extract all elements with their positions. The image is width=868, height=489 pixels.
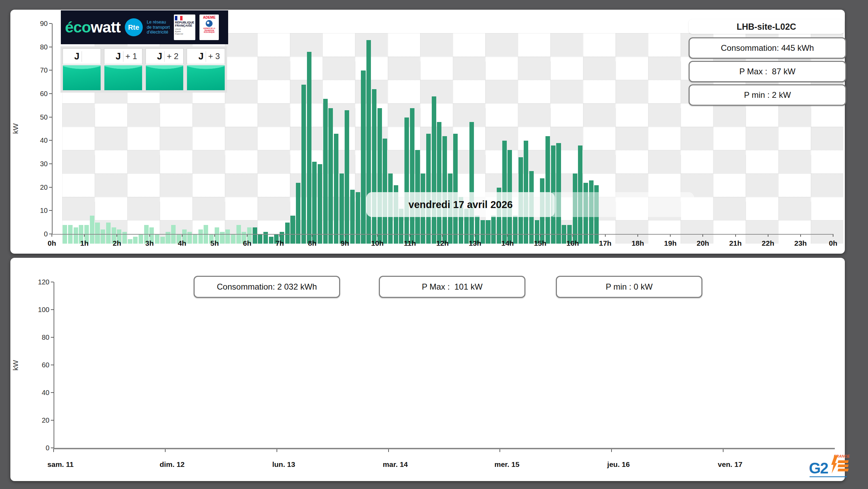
- daily-x-tick-label: 11h: [404, 239, 416, 247]
- daily-bar: [160, 237, 165, 244]
- weekly-x-tick-label: dim. 12: [160, 460, 185, 469]
- daily-y-tick: [49, 117, 52, 117]
- daily-bar: [350, 190, 355, 244]
- daily-bar: [372, 89, 376, 244]
- rte-tagline: Le réseau de transport d'électricité: [147, 20, 170, 35]
- daily-y-tick-label: 40: [27, 137, 48, 144]
- daily-x-tick-label: 18h: [632, 239, 644, 247]
- ademe-label: ADEME: [203, 16, 215, 19]
- daily-y-tick: [49, 93, 52, 94]
- daily-bar: [258, 234, 262, 244]
- daily-x-tick-label: 16h: [567, 239, 579, 247]
- daily-bar: [101, 229, 105, 244]
- weekly-y-tick-label: 40: [29, 389, 49, 397]
- daily-x-tick-label: 13h: [469, 239, 481, 247]
- daily-x-tick-label: 0h: [829, 239, 838, 247]
- daily-x-tick-label: 14h: [501, 239, 514, 247]
- daily-bar: [318, 164, 322, 244]
- daily-y-tick-label: 60: [27, 90, 48, 98]
- daily-y-tick-label: 50: [27, 113, 48, 121]
- daily-x-tick-label: 22h: [762, 239, 774, 247]
- daily-y-tick-label: 70: [27, 66, 48, 74]
- daily-bar: [545, 136, 550, 244]
- weekly-y-tick-label: 0: [29, 444, 49, 452]
- ademe-globe-icon: [206, 20, 213, 27]
- daily-bar: [426, 134, 431, 244]
- daily-x-tick-label: 17h: [599, 239, 612, 247]
- daily-x-tick-label: 15h: [534, 239, 546, 247]
- daily-y-tick-label: 10: [27, 207, 48, 215]
- weekly-y-tick: [51, 337, 54, 338]
- ecowatt-signal-green-icon: [63, 65, 101, 91]
- g2e-tagline-line: [810, 476, 847, 477]
- daily-x-tick-label: 23h: [794, 239, 807, 247]
- ecowatt-logo-eco: éco: [65, 18, 91, 36]
- date-tooltip-text: vendredi 17 avril 2026: [409, 199, 513, 210]
- day-button-j3[interactable]: J+ 3: [187, 48, 225, 91]
- daily-y-axis-unit: kW: [11, 123, 20, 134]
- daily-x-tick-label: 6h: [243, 239, 252, 247]
- daily-y-tick-label: 90: [27, 20, 48, 28]
- daily-y-tick-label: 20: [27, 183, 48, 191]
- site-title: LHB-site-L02C: [689, 19, 844, 34]
- ademe-subtitle: AGENCE DE LA TRANSITION ÉCOLOGIQUE: [200, 28, 218, 34]
- energy-dashboard: 0h1h2h3h4h5h6h7h8h9h10h11h12h13h14h15h16…: [0, 0, 868, 489]
- daily-bar: [491, 216, 496, 244]
- daily-bar: [383, 139, 387, 244]
- daily-bar: [253, 227, 257, 244]
- daily-consumption-box: Consommation: 445 kWh: [689, 37, 846, 59]
- ecowatt-header: écowatt Rte Le réseau de transport d'éle…: [61, 10, 228, 44]
- daily-y-tick: [49, 187, 52, 188]
- daily-bar: [486, 220, 490, 244]
- ecowatt-signal-green-icon: [104, 65, 142, 91]
- day-button-j1[interactable]: J+ 1: [104, 48, 142, 91]
- daily-bar: [323, 99, 328, 244]
- daily-bar: [307, 52, 311, 244]
- daily-x-tick-label: 1h: [80, 239, 89, 247]
- daily-x-tick-label: 5h: [211, 239, 219, 247]
- day-button-j[interactable]: J: [63, 48, 101, 91]
- g2e-france-logo: FRANCE G2: [809, 455, 850, 479]
- daily-y-tick-label: 0: [27, 230, 48, 238]
- daily-bar: [339, 173, 344, 244]
- daily-bar: [193, 234, 197, 244]
- ecowatt-signal-green-icon: [146, 65, 184, 91]
- daily-x-tick-label: 12h: [436, 239, 449, 247]
- republique-francaise-label: RÉPUBLIQUE FRANÇAISE: [175, 21, 194, 27]
- daily-y-tick: [49, 234, 52, 234]
- date-tooltip-extension: [552, 192, 694, 217]
- daily-bar: [453, 134, 458, 244]
- daily-x-tick-label: 0h: [48, 239, 56, 247]
- republique-francaise-badge: RÉPUBLIQUE FRANÇAISE Liberté Égalité Fra…: [174, 15, 195, 40]
- ecowatt-logo-watt: watt: [91, 18, 121, 36]
- daily-y-tick: [49, 70, 52, 70]
- weekly-y-tick: [51, 309, 54, 310]
- lightning-bolt-icon: [830, 455, 838, 473]
- daily-bar: [90, 216, 94, 244]
- weekly-x-tick-label: mar. 14: [383, 460, 408, 469]
- ademe-badge: ADEME AGENCE DE LA TRANSITION ÉCOLOGIQUE: [199, 15, 219, 40]
- daily-y-tick: [49, 47, 52, 47]
- weekly-pmin-box: P min : 0 kW: [556, 276, 702, 298]
- daily-bar: [469, 122, 474, 244]
- daily-bar: [269, 237, 273, 244]
- daily-bar: [377, 108, 382, 244]
- daily-bar: [139, 234, 143, 244]
- daily-bar: [155, 234, 159, 244]
- weekly-y-axis-line: [54, 282, 54, 449]
- weekly-y-tick: [51, 365, 54, 365]
- republique-motto: Liberté Égalité Fraternité: [175, 28, 183, 35]
- weekly-x-tick-label: jeu. 16: [607, 460, 630, 469]
- day-button-j2[interactable]: J+ 2: [146, 48, 184, 91]
- daily-x-tick-label: 7h: [276, 239, 284, 247]
- daily-y-tick: [49, 210, 52, 211]
- daily-bar: [312, 162, 317, 244]
- daily-y-tick: [49, 163, 52, 164]
- weekly-x-tick-label: sam. 11: [47, 460, 74, 469]
- weekly-y-tick-label: 60: [29, 361, 49, 369]
- daily-bar: [356, 192, 360, 244]
- weekly-y-tick: [51, 448, 54, 448]
- weekly-x-tick-label: lun. 13: [272, 460, 295, 469]
- daily-bar: [106, 223, 111, 244]
- daily-bar: [231, 234, 235, 244]
